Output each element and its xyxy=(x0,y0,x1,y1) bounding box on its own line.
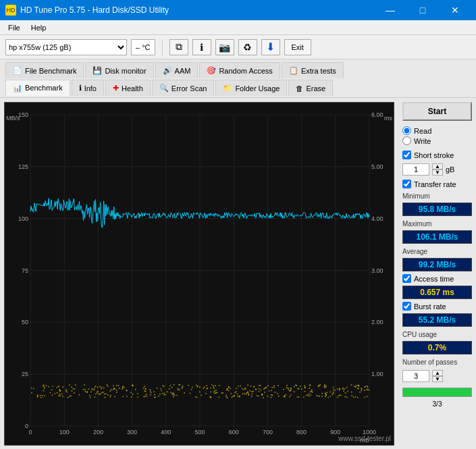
tab-aam[interactable]: 🔊 AAM xyxy=(155,62,199,78)
cpu-usage-label: CPU usage xyxy=(402,331,472,338)
tab-extra-tests[interactable]: 📋 Extra tests xyxy=(282,62,344,78)
tab-benchmark[interactable]: 📊 Benchmark xyxy=(5,80,70,96)
file-benchmark-icon: 📄 xyxy=(13,66,22,75)
minimum-label: Minimum xyxy=(402,192,472,200)
passes-current: 3/3 xyxy=(402,400,472,408)
start-button[interactable]: Start xyxy=(402,102,472,121)
tabs-row-2: 📊 Benchmark ℹ Info ✚ Health 🔍 Error Scan… xyxy=(5,80,471,96)
average-value: 99.2 MB/s xyxy=(402,258,472,271)
extra-tests-icon: 📋 xyxy=(289,66,298,75)
passes-down[interactable]: ▼ xyxy=(432,376,443,382)
tab-health[interactable]: ✚ Health xyxy=(105,80,151,96)
short-stroke-up[interactable]: ▲ xyxy=(432,163,443,169)
tab-error-scan[interactable]: 🔍 Error Scan xyxy=(152,80,215,96)
tab-random-access-label: Random Access xyxy=(219,67,272,75)
recycle-icon-btn[interactable]: ♻ xyxy=(238,39,257,55)
tabs-row-1: 📄 File Benchmark 💾 Disk monitor 🔊 AAM 🎯 … xyxy=(5,62,471,78)
minimize-button[interactable]: — xyxy=(375,0,406,20)
info-icon: ℹ xyxy=(79,84,82,93)
maximum-label: Maximum xyxy=(402,220,472,228)
transfer-rate-row: Transfer rate xyxy=(402,180,472,188)
main-content: www.ssd-tester.pl Start Read Write Short… xyxy=(0,98,476,449)
tabs-area: 📄 File Benchmark 💾 Disk monitor 🔊 AAM 🎯 … xyxy=(0,59,476,98)
tab-file-benchmark[interactable]: 📄 File Benchmark xyxy=(5,62,84,78)
access-time-label: Access time xyxy=(414,275,454,283)
short-stroke-spinner: ▲ ▼ xyxy=(432,163,443,176)
read-label: Read xyxy=(414,127,431,135)
transfer-rate-checkbox[interactable] xyxy=(402,180,411,188)
error-scan-icon: 🔍 xyxy=(159,84,169,93)
tab-erase[interactable]: 🗑 Erase xyxy=(288,80,333,96)
burst-rate-checkbox[interactable] xyxy=(402,302,411,311)
short-stroke-label: Short stroke xyxy=(414,151,454,159)
watermark: www.ssd-tester.pl xyxy=(338,435,391,442)
disk-monitor-icon: 💾 xyxy=(92,66,102,75)
window-title: HD Tune Pro 5.75 - Hard Disk/SSD Utility xyxy=(20,5,375,15)
tab-info-label: Info xyxy=(84,84,97,93)
passes-up[interactable]: ▲ xyxy=(432,370,443,376)
burst-rate-label: Burst rate xyxy=(414,302,446,311)
save-icon-btn[interactable]: ⬇ xyxy=(261,39,280,55)
exit-button[interactable]: Exit xyxy=(284,39,311,55)
passes-progress-bar xyxy=(402,388,472,397)
menu-help[interactable]: Help xyxy=(26,22,52,33)
passes-input-row: ▲ ▼ xyxy=(402,370,472,382)
tab-health-label: Health xyxy=(122,84,143,93)
tab-erase-label: Erase xyxy=(306,84,325,93)
access-time-row: Access time xyxy=(402,274,472,283)
app-icon: HD xyxy=(5,5,16,16)
access-time-value: 0.657 ms xyxy=(402,286,472,299)
short-stroke-checkbox[interactable] xyxy=(402,151,411,159)
maximize-button[interactable]: □ xyxy=(407,0,438,20)
read-radio-label[interactable]: Read xyxy=(402,126,472,135)
title-bar: HD HD Tune Pro 5.75 - Hard Disk/SSD Util… xyxy=(0,0,476,20)
cpu-usage-value: 0.7% xyxy=(402,341,472,354)
temperature-display: – °C xyxy=(131,39,155,55)
menu-file[interactable]: File xyxy=(3,22,26,33)
benchmark-icon: 📊 xyxy=(13,84,22,93)
write-radio[interactable] xyxy=(402,136,411,145)
average-label: Average xyxy=(402,248,472,255)
tab-disk-monitor-label: Disk monitor xyxy=(105,67,146,75)
info-icon-btn[interactable]: ℹ xyxy=(192,39,211,55)
passes-progress-fill xyxy=(403,388,471,396)
tab-random-access[interactable]: 🎯 Random Access xyxy=(199,62,280,78)
write-label: Write xyxy=(414,137,431,145)
burst-rate-value: 55.2 MB/s xyxy=(402,313,472,327)
menu-bar: File Help xyxy=(0,20,476,35)
tab-extra-tests-label: Extra tests xyxy=(301,67,336,75)
short-stroke-input[interactable] xyxy=(402,163,429,176)
random-access-icon: 🎯 xyxy=(207,66,216,75)
folder-usage-icon: 📁 xyxy=(223,84,232,93)
right-panel: Start Read Write Short stroke ▲ ▼ gB xyxy=(398,98,476,449)
short-stroke-input-row: ▲ ▼ gB xyxy=(402,163,472,176)
write-radio-label[interactable]: Write xyxy=(402,136,472,145)
passes-input[interactable] xyxy=(402,370,429,382)
erase-icon: 🗑 xyxy=(296,84,303,93)
separator xyxy=(162,39,163,55)
tab-benchmark-label: Benchmark xyxy=(25,84,63,92)
read-radio[interactable] xyxy=(402,126,411,135)
tab-error-scan-label: Error Scan xyxy=(171,84,207,93)
access-time-checkbox[interactable] xyxy=(402,274,411,283)
tab-info[interactable]: ℹ Info xyxy=(72,80,104,96)
close-button[interactable]: ✕ xyxy=(440,0,471,20)
tab-aam-label: AAM xyxy=(175,67,191,75)
copy-icon-btn[interactable]: ⧉ xyxy=(169,39,188,55)
toolbar: hp x755w (125 gB) – °C ⧉ ℹ 📷 ♻ ⬇ Exit xyxy=(0,35,476,59)
chart-area: www.ssd-tester.pl xyxy=(4,102,394,446)
tab-file-benchmark-label: File Benchmark xyxy=(25,67,76,75)
drive-select[interactable]: hp x755w (125 gB) xyxy=(5,39,127,55)
passes-spinner: ▲ ▼ xyxy=(432,370,443,382)
aam-icon: 🔊 xyxy=(163,66,172,75)
benchmark-chart xyxy=(5,103,394,445)
window-controls: — □ ✕ xyxy=(375,0,471,20)
camera-icon-btn[interactable]: 📷 xyxy=(215,39,234,55)
burst-rate-row: Burst rate xyxy=(402,302,472,311)
tab-disk-monitor[interactable]: 💾 Disk monitor xyxy=(85,62,153,78)
maximum-value: 106.1 MB/s xyxy=(402,230,472,244)
tab-folder-usage-label: Folder Usage xyxy=(235,84,280,93)
tab-folder-usage[interactable]: 📁 Folder Usage xyxy=(215,80,287,96)
short-stroke-down[interactable]: ▼ xyxy=(432,169,443,176)
health-icon: ✚ xyxy=(113,84,119,93)
